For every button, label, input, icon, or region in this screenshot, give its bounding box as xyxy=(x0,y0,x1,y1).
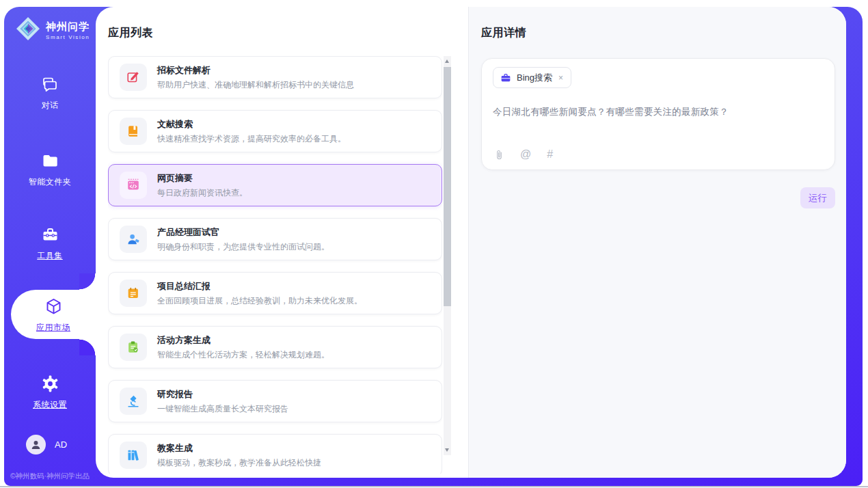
webpage-icon xyxy=(120,172,147,199)
copyright-footer: ©神州数码·神州问学出品 xyxy=(4,472,96,481)
app-card-title: 活动方案生成 xyxy=(157,334,329,347)
hash-icon[interactable]: # xyxy=(547,148,553,161)
active-tab-curve-top xyxy=(79,273,96,290)
app-detail-title: 应用详情 xyxy=(481,26,835,40)
app-list-pane: 应用列表 招标文件解析 帮助用户快速、准确地理解和解析招标书中的关键信息 文献搜… xyxy=(96,7,468,478)
folder-icon xyxy=(41,152,59,170)
sidebar-item-label: 对话 xyxy=(4,100,96,111)
brand-name: 神州问学 xyxy=(46,21,90,32)
brand: 神州问学 Smart Vision xyxy=(15,16,90,44)
sidebar-item-toolbox[interactable]: 工具集 xyxy=(4,226,96,262)
content-panel: 应用列表 招标文件解析 帮助用户快速、准确地理解和解析招标书中的关键信息 文献搜… xyxy=(96,7,846,478)
app-card[interactable]: 招标文件解析 帮助用户快速、准确地理解和解析招标书中的关键信息 xyxy=(108,56,442,98)
user-avatar-icon xyxy=(26,435,46,455)
sidebar-item-gear[interactable]: 系统设置 xyxy=(4,375,96,411)
edit-doc-icon xyxy=(120,64,147,91)
app-card-desc: 明确身份和职责，为您提供专业性的面试问题。 xyxy=(157,241,329,253)
app-card[interactable]: 研究报告 一键智能生成高质量长文本研究报告 xyxy=(108,380,442,422)
app-list-title: 应用列表 xyxy=(108,26,153,40)
app-card-list: 招标文件解析 帮助用户快速、准确地理解和解析招标书中的关键信息 文献搜索 快速精… xyxy=(108,56,442,474)
app-card-title: 网页摘要 xyxy=(157,172,247,185)
app-window: 神州问学 Smart Vision 对话 智能文件夹 工具集 应用市场 系统设置… xyxy=(0,0,868,488)
clipboard-icon xyxy=(120,334,147,361)
app-card-desc: 每日政府新闻资讯快查。 xyxy=(157,187,247,199)
app-card-title: 教案生成 xyxy=(157,442,321,455)
app-card[interactable]: 文献搜索 快速精准查找学术资源，提高研究效率的必备工具。 xyxy=(108,110,442,152)
input-toolbar: @ # xyxy=(494,148,553,161)
sidebar-item-chat[interactable]: 对话 xyxy=(4,75,96,111)
scroll-down-icon[interactable] xyxy=(445,448,449,452)
chat-icon xyxy=(41,75,59,94)
tool-tag-bing-search[interactable]: Bing搜索 × xyxy=(493,67,571,88)
app-card[interactable]: 教案生成 模板驱动，教案秒成，教学准备从此轻松快捷 xyxy=(108,434,442,474)
note-icon xyxy=(120,280,147,307)
brand-subtitle: Smart Vision xyxy=(46,34,90,40)
gear-icon xyxy=(41,375,59,393)
app-card-title: 产品经理面试官 xyxy=(157,226,329,239)
app-card-title: 研究报告 xyxy=(157,388,288,401)
app-card-title: 招标文件解析 xyxy=(157,64,354,77)
scrollbar-thumb[interactable] xyxy=(444,67,451,306)
active-tab-curve-bottom xyxy=(79,339,96,355)
sidebar-item-folder[interactable]: 智能文件夹 xyxy=(4,152,96,188)
cube-icon xyxy=(44,297,63,316)
toolbox-icon xyxy=(41,226,59,244)
app-card[interactable]: 项目总结汇报 全面回顾项目进展，总结经验教训，助力未来优化发展。 xyxy=(108,272,442,314)
run-button[interactable]: 运行 xyxy=(800,187,835,208)
attachment-icon[interactable] xyxy=(494,149,504,161)
app-card[interactable]: 活动方案生成 智能生成个性化活动方案，轻松解决规划难题。 xyxy=(108,326,442,368)
sidebar-item-cube[interactable]: 应用市场 xyxy=(11,290,96,339)
app-card-desc: 模板驱动，教案秒成，教学准备从此轻松快捷 xyxy=(157,457,321,469)
sidebar: 神州问学 Smart Vision 对话 智能文件夹 工具集 应用市场 系统设置… xyxy=(4,7,96,486)
book-icon xyxy=(120,118,147,145)
brand-logo-icon xyxy=(15,16,41,44)
app-detail-pane: 应用详情 Bing搜索 × 今日湖北有哪些新闻要点？有哪些需要关注的最新政策？ xyxy=(468,7,846,478)
prompt-card: Bing搜索 × 今日湖北有哪些新闻要点？有哪些需要关注的最新政策？ @ # xyxy=(481,58,835,170)
microscope-icon xyxy=(120,388,147,415)
sidebar-item-label: 智能文件夹 xyxy=(4,176,96,188)
tool-tag-label: Bing搜索 xyxy=(517,72,552,84)
sidebar-item-label: 系统设置 xyxy=(4,399,96,411)
app-card-title: 文献搜索 xyxy=(157,118,346,131)
app-card[interactable]: 产品经理面试官 明确身份和职责，为您提供专业性的面试问题。 xyxy=(108,218,442,260)
app-shell: 神州问学 Smart Vision 对话 智能文件夹 工具集 应用市场 系统设置… xyxy=(4,7,863,486)
app-card-desc: 快速精准查找学术资源，提高研究效率的必备工具。 xyxy=(157,133,346,145)
app-card-title: 项目总结汇报 xyxy=(157,280,362,293)
query-text[interactable]: 今日湖北有哪些新闻要点？有哪些需要关注的最新政策？ xyxy=(493,106,824,118)
scrollbar[interactable] xyxy=(444,56,451,455)
app-card-desc: 帮助用户快速、准确地理解和解析招标书中的关键信息 xyxy=(157,79,354,91)
scroll-up-icon[interactable] xyxy=(445,59,449,63)
sidebar-item-label: 工具集 xyxy=(4,250,96,262)
tag-close-icon[interactable]: × xyxy=(558,73,564,83)
interviewer-icon xyxy=(120,226,147,253)
mention-icon[interactable]: @ xyxy=(520,148,531,161)
app-card[interactable]: 网页摘要 每日政府新闻资讯快查。 xyxy=(108,164,442,206)
window-bottom-divider xyxy=(0,486,868,487)
books-icon xyxy=(120,442,147,469)
sidebar-item-label: 应用市场 xyxy=(11,322,96,334)
app-card-desc: 智能生成个性化活动方案，轻松解决规划难题。 xyxy=(157,349,329,361)
user-name: AD xyxy=(55,439,67,450)
app-card-desc: 一键智能生成高质量长文本研究报告 xyxy=(157,403,288,415)
user-account[interactable]: AD xyxy=(26,435,67,455)
app-card-desc: 全面回顾项目进展，总结经验教训，助力未来优化发展。 xyxy=(157,295,362,307)
briefcase-icon xyxy=(500,72,511,83)
